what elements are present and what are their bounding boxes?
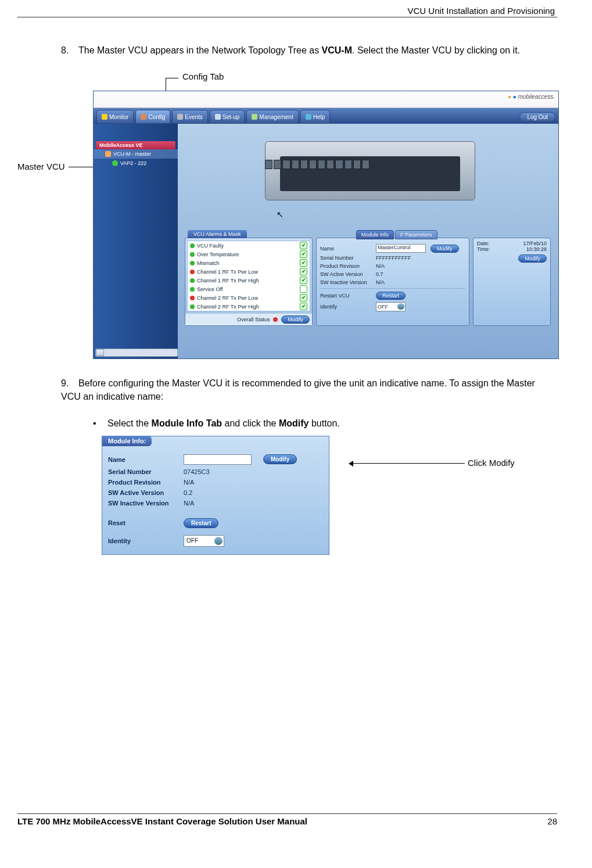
annotation-config-tab: Config Tab [182,71,224,81]
time-value: 10:30:28 [526,246,547,252]
module-info-panel-detail: Module Info: Name Modify Serial Number07… [102,436,329,555]
field-value: N/A [184,500,194,507]
module-info-title: Module Info: [102,436,152,446]
alarm-checkbox[interactable]: ✔ [300,268,307,275]
date-label: Date: [477,241,490,246]
device-icon [105,151,111,157]
alarm-checkbox[interactable]: ✔ [300,294,307,302]
brand-logo: mobileaccess. [508,94,555,100]
page-number: 28 [547,816,557,826]
setup-icon [215,114,221,120]
alarm-row: Channel 1 RF Tx Pwr Low✔ [188,267,310,276]
alarm-row: Over Temperature✔ [188,250,310,259]
annotation-line [351,463,465,464]
alarm-checkbox[interactable]: ✔ [300,285,307,293]
alarm-checkbox[interactable]: ✔ [300,242,307,249]
time-label: Time: [477,246,490,252]
annotation-line [166,78,178,78]
page-footer: LTE 700 MHz MobileAccessVE Instant Cover… [17,813,557,826]
date-value: 17/Feb/10 [523,241,547,246]
field-label: SW Active Version [108,489,184,496]
tab-module-info[interactable]: Module Info [356,230,394,239]
tab-setup[interactable]: Set-up [210,110,245,124]
sidebar: MobileAccess VE VCU-M - master VAP2 - 22… [94,124,178,359]
name-input[interactable]: MasterControl [376,244,426,253]
modify-button[interactable]: Modify [518,254,547,263]
status-dot-icon [190,278,195,283]
main-content: ↖ VCU Alarms & Mask VCU Faulty✔ Over Tem… [178,124,558,359]
bullet-1: •Select the Module Info Tab and click th… [93,418,557,429]
field-value: 0.7 [376,271,383,277]
field-label: Name [320,246,371,252]
status-dot-icon [190,261,195,266]
step-9-text: Before configuring the Master VCU it is … [61,378,535,401]
alarm-checkbox[interactable]: ✔ [300,303,307,310]
field-label: Serial Number [108,468,184,475]
alarm-checkbox[interactable]: ✔ [300,277,307,284]
field-value: 0.2 [184,489,192,496]
field-value: N/A [376,263,385,269]
identity-select[interactable]: OFF [184,535,224,547]
footer-title: LTE 700 MHz MobileAccessVE Instant Cover… [17,816,307,826]
step-8-num: 8. [61,44,78,57]
tab-management[interactable]: Management [246,110,298,124]
tree-item-vcu-master[interactable]: VCU-M - master [94,149,178,159]
alarm-checkbox[interactable]: ✔ [300,250,307,258]
module-info-panel: Module Info F Parameters NameMasterContr… [316,238,469,326]
help-icon [306,114,311,120]
status-dot-icon [190,252,195,257]
restart-button[interactable]: Restart [184,518,218,528]
tab-monitor[interactable]: Monitor [96,110,134,124]
alarm-checkbox[interactable]: ✔ [300,259,307,267]
field-label: Identify [320,304,371,310]
step-9-num: 9. [61,376,78,390]
tab-f-parameters[interactable]: F Parameters [395,230,437,239]
field-value: 07425C3 [184,468,210,475]
modify-button[interactable]: Modify [430,245,459,253]
field-label: Reset [108,519,184,526]
app-tabbar: Monitor Config Events Set-up Management … [94,108,558,124]
management-icon [252,114,257,120]
page-header: VCU Unit Installation and Provisioning [17,6,557,17]
restart-button[interactable]: Restart [376,292,406,300]
app-window: mobileaccess. Monitor Config Events Set-… [93,91,559,359]
field-label: SW Active Version [320,271,371,277]
field-value: N/A [184,479,194,486]
name-input[interactable] [184,454,252,465]
logout-button[interactable]: Log Out [519,112,555,122]
field-label: SW Inactive Version [108,500,184,507]
app-titlebar: mobileaccess. [94,91,558,108]
annotation-master-vcu: Master VCU [17,162,65,171]
field-value: FFFFFFFFFFF [376,255,411,261]
modify-button[interactable]: Modify [281,315,310,324]
step-8-vcum: VCU-M [322,45,352,55]
tree-item-vap2[interactable]: VAP2 - 222 [94,159,178,168]
arrowhead-icon [349,461,353,467]
status-dot-icon [190,270,195,274]
tab-config[interactable]: Config [135,110,170,124]
overall-status-label: Overall Status [237,317,270,322]
cursor-icon: ↖ [277,210,284,219]
status-dot-icon [190,304,195,309]
tab-events[interactable]: Events [172,110,208,124]
alarm-row: Channel 2 RF Tx Pwr High✔ [188,302,310,311]
step-8-text-a: The Master VCU appears in the Network To… [78,45,322,55]
alarm-row: VCU Faulty✔ [188,241,310,250]
tree-item-label: VCU-M - master [113,151,151,157]
alarms-panel-title: VCU Alarms & Mask [188,230,247,238]
status-dot-icon [190,296,195,300]
step-8-text-c: . Select the Master VCU by clicking on i… [352,45,520,55]
tab-help[interactable]: Help [300,110,331,124]
alarm-row: Channel 2 RF Tx Pwr Low✔ [188,293,310,302]
date-time-panel: Date:17/Feb/10 Time:10:30:28 Modify [473,238,551,326]
tree-item-label: VAP2 - 222 [120,160,146,166]
horizontal-scrollbar[interactable] [95,349,178,357]
status-dot-icon [190,243,195,248]
field-label: Identity [108,537,184,544]
events-icon [177,114,183,120]
identify-select[interactable]: OFF [376,302,406,311]
modify-button[interactable]: Modify [263,454,297,464]
config-icon [141,114,146,120]
scroll-left-icon[interactable] [96,349,104,356]
field-label: Product Revision [320,263,371,269]
